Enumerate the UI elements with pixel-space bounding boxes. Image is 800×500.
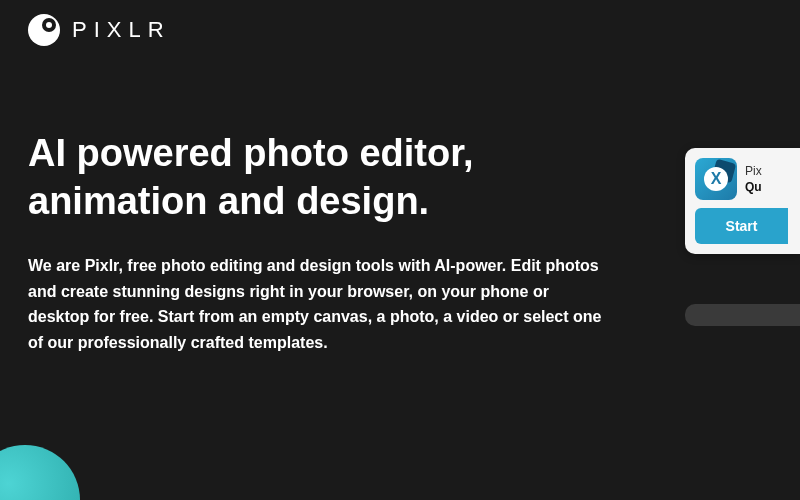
product-x-icon: X xyxy=(695,158,737,200)
product-x-letter: X xyxy=(704,167,728,191)
secondary-card[interactable] xyxy=(685,304,800,326)
start-button[interactable]: Start xyxy=(695,208,788,244)
product-card-line1: Pix xyxy=(745,164,762,178)
product-card-x[interactable]: X Pix Qu Start xyxy=(685,148,800,254)
brand-name: PIXLR xyxy=(72,17,171,43)
header: PIXLR xyxy=(0,0,800,60)
hero-section: AI powered photo editor, animation and d… xyxy=(0,60,640,355)
product-card-line2: Qu xyxy=(745,180,762,194)
product-card-labels: Pix Qu xyxy=(745,164,762,194)
hero-description: We are Pixlr, free photo editing and des… xyxy=(28,253,612,355)
pixlr-logo-icon[interactable] xyxy=(28,14,60,46)
hero-title: AI powered photo editor, animation and d… xyxy=(28,130,612,225)
side-cards: X Pix Qu Start xyxy=(685,148,800,326)
decorative-circle xyxy=(0,445,80,500)
product-card-top: X Pix Qu xyxy=(695,158,788,200)
